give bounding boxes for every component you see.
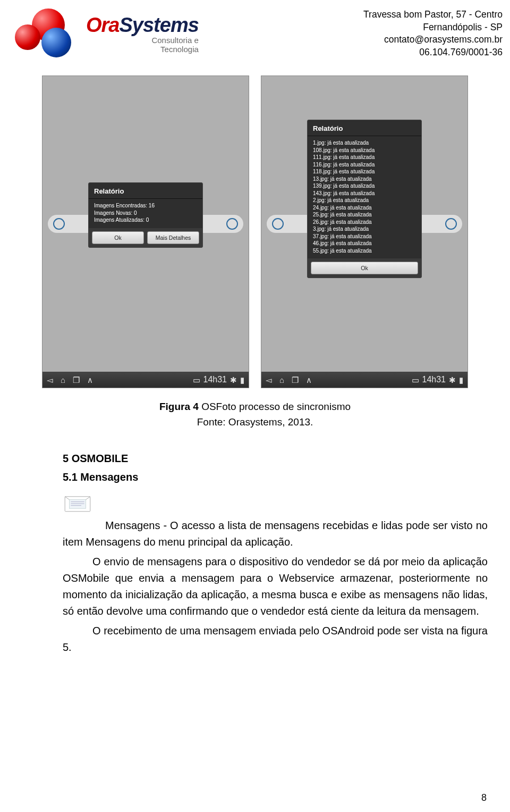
power-icon — [272, 218, 284, 230]
logo-brand-ora: Ora — [86, 14, 119, 36]
logo-sub-2: Tecnologia — [160, 45, 199, 54]
bluetooth-icon: ✱ — [230, 376, 237, 384]
addr-line-1: Travessa bom Pastor, 57 - Centro — [363, 9, 503, 21]
screenshots-row: Relatório Imagens Encontradas: 16 Imagen… — [0, 76, 510, 388]
logo-block: OraSystems Consultoria e Tecnologia — [13, 6, 199, 60]
paragraph-3: O recebimento de uma mensagem enviada pe… — [63, 623, 488, 656]
heading-5: 5 OSMOBILE — [63, 450, 488, 467]
refresh-icon — [445, 218, 457, 230]
logo-graphic — [13, 6, 82, 60]
ok-button[interactable]: Ok — [92, 231, 144, 244]
screenshot-2: Relatório 1.jpg: já esta atualizada 108.… — [261, 76, 468, 388]
envelope-icon — [63, 491, 92, 514]
dialog-title: Relatório — [89, 183, 202, 199]
figure-label: Figura 4 — [159, 401, 199, 412]
dialog-body: Imagens Encontradas: 16 Imagens Novas: 0… — [89, 199, 202, 228]
paragraph-2: O envio de mensagens para o dispositivo … — [63, 554, 488, 620]
logo-sub-1: Consultoria e — [151, 36, 198, 45]
svg-rect-1 — [70, 499, 86, 508]
report-dialog-detail: Relatório 1.jpg: já esta atualizada 108.… — [307, 120, 422, 278]
figure-title: OSFoto processo de sincronismo — [199, 401, 351, 412]
paragraph-1: Mensagens - O acesso a lista de mensagen… — [63, 517, 488, 550]
dialog-title: Relatório — [308, 120, 421, 136]
back-icon[interactable]: ◅ — [266, 376, 272, 384]
home-icon[interactable]: ⌂ — [61, 376, 65, 384]
refresh-icon — [226, 218, 238, 230]
battery-icon: ▮ — [459, 376, 463, 384]
addr-line-2: Fernandópolis - SP — [363, 21, 503, 34]
android-nav-bar: ◅ ⌂ ❐ ∧ ▭ 14h31 ✱ ▮ — [42, 372, 249, 388]
clock-text: 14h31 — [203, 375, 227, 384]
battery-icon: ▮ — [240, 376, 244, 384]
notification-icon: ▭ — [412, 376, 419, 384]
figure-caption: Figura 4 OSFoto processo de sincronismo … — [0, 399, 510, 430]
body-content: 5 OSMOBILE 5.1 Mensagens Mensagens - O a… — [0, 430, 510, 656]
addr-line-3: contato@orasystems.com.br — [363, 34, 503, 46]
back-icon[interactable]: ◅ — [47, 376, 53, 384]
report-line-1: Imagens Encontradas: 16 — [94, 202, 197, 210]
ok-button[interactable]: Ok — [311, 262, 418, 274]
addr-line-4: 06.104.769/0001-36 — [363, 46, 503, 59]
android-nav-bar: ◅ ⌂ ❐ ∧ ▭ 14h31 ✱ ▮ — [261, 372, 468, 388]
recent-icon[interactable]: ❐ — [292, 376, 299, 384]
up-icon[interactable]: ∧ — [87, 376, 93, 384]
home-icon[interactable]: ⌂ — [279, 376, 284, 384]
company-info: Travessa bom Pastor, 57 - Centro Fernand… — [363, 6, 503, 59]
screenshot-1: Relatório Imagens Encontradas: 16 Imagen… — [42, 76, 249, 388]
report-dialog-summary: Relatório Imagens Encontradas: 16 Imagen… — [88, 182, 203, 248]
logo-text: OraSystems Consultoria e Tecnologia — [86, 6, 199, 54]
report-line-3: Imagens Atualizadas: 0 — [94, 216, 197, 224]
logo-brand-systems: Systems — [119, 14, 198, 36]
heading-5-1: 5.1 Mensagens — [63, 469, 488, 485]
bluetooth-icon: ✱ — [449, 376, 456, 384]
recent-icon[interactable]: ❐ — [73, 376, 80, 384]
clock-text: 14h31 — [422, 375, 446, 384]
power-icon — [53, 218, 65, 230]
figure-source: Fonte: Orasystems, 2013. — [197, 416, 313, 428]
dialog-body-lines: 1.jpg: já esta atualizada 108.jpg: já es… — [308, 136, 421, 258]
page-header: OraSystems Consultoria e Tecnologia Trav… — [0, 0, 510, 60]
more-details-button[interactable]: Mais Detalhes — [147, 231, 199, 244]
report-line-2: Imagens Novas: 0 — [94, 210, 197, 217]
notification-icon: ▭ — [193, 376, 200, 384]
up-icon[interactable]: ∧ — [306, 376, 312, 384]
page-number: 8 — [481, 792, 487, 803]
